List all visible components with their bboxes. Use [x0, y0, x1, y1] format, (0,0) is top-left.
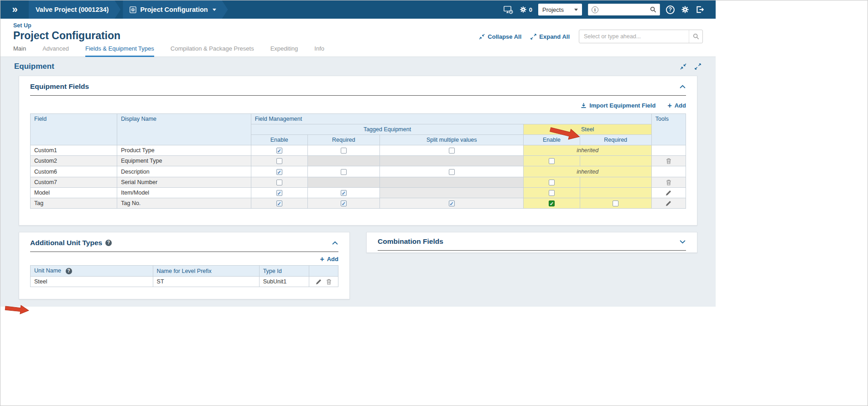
checkbox[interactable] — [449, 148, 455, 154]
checkbox[interactable] — [449, 169, 455, 175]
add-unit-type-button[interactable]: + Add — [320, 256, 338, 262]
global-search-input[interactable] — [601, 6, 647, 13]
collapse-section-icon[interactable] — [680, 63, 686, 70]
edit-row-button[interactable] — [316, 279, 322, 285]
help-icon[interactable] — [666, 5, 675, 14]
add-equipment-field-label: Add — [675, 102, 686, 109]
checkbox[interactable] — [613, 200, 619, 206]
table-row-custom1: Custom1 Product Type inherited — [31, 145, 686, 156]
checkbox[interactable] — [276, 158, 282, 164]
checkbox[interactable] — [549, 190, 555, 196]
header-row-groups: Field Display Name Field Management Tool… — [31, 114, 686, 124]
table-row-steel-unit: Steel ST SubUnit1 — [31, 277, 338, 287]
chevron-down-icon[interactable] — [679, 240, 686, 244]
delete-row-button[interactable] — [666, 180, 671, 185]
collapse-all-label: Collapse All — [488, 33, 521, 40]
tab-compilation-package-presets[interactable]: Compilation & Package Presets — [171, 45, 254, 57]
help-icon[interactable] — [105, 240, 112, 246]
header-actions: Collapse All Expand All — [479, 30, 703, 43]
jobs-count-badge: 0 — [529, 6, 532, 13]
search-icon[interactable] — [650, 6, 656, 13]
import-equipment-field-button[interactable]: Import Equipment Field — [581, 102, 655, 109]
field-cell: Model — [31, 187, 117, 198]
col-header-unit-tools — [309, 266, 338, 277]
checkbox[interactable] — [341, 200, 347, 206]
collapse-all-button[interactable]: Collapse All — [479, 33, 521, 40]
checkbox[interactable] — [341, 169, 347, 175]
checkbox[interactable] — [341, 148, 347, 154]
checkbox[interactable] — [276, 180, 282, 185]
unit-types-table: Unit Name Name for Level Prefix Type Id … — [30, 265, 338, 287]
typeahead-search — [579, 30, 703, 43]
info-icon[interactable] — [592, 6, 598, 13]
tab-fields-equipment-types[interactable]: Fields & Equipment Types — [85, 45, 154, 57]
steel-enable-cell — [524, 177, 580, 187]
logout-icon[interactable] — [696, 5, 704, 14]
app-window: » Valve Project (0001234) Project Config… — [0, 0, 716, 307]
equipment-fields-title: Equipment Fields — [30, 82, 89, 91]
screenshot-frame: » Valve Project (0001234) Project Config… — [0, 0, 868, 406]
double-chevron-icon: » — [12, 4, 17, 15]
checkbox[interactable] — [276, 200, 282, 206]
chevron-up-icon[interactable] — [332, 241, 338, 245]
tab-info[interactable]: Info — [314, 45, 324, 57]
tagged-enable-cell — [251, 145, 307, 156]
tagged-enable-cell — [251, 198, 307, 209]
steel-required-cell — [580, 177, 651, 187]
breadcrumb-project[interactable]: Valve Project (0001234) — [29, 0, 120, 19]
search-scope-select[interactable]: Projects — [538, 4, 582, 15]
breadcrumb-kicker: Set Up — [13, 22, 703, 29]
settings-gear-icon[interactable] — [681, 5, 690, 14]
navbar-right-cluster: 0 Projects — [504, 0, 716, 19]
equipment-fields-actions: Import Equipment Field + Add — [30, 102, 686, 109]
col-header-level-prefix: Name for Level Prefix — [153, 266, 259, 277]
pencil-icon — [316, 279, 322, 285]
checkbox[interactable] — [341, 190, 347, 196]
background-jobs-button[interactable]: 0 — [519, 5, 532, 14]
checkbox[interactable] — [449, 200, 455, 206]
checkbox[interactable] — [276, 148, 282, 154]
expand-all-button[interactable]: Expand All — [530, 33, 570, 40]
col-header-steel-enable: Enable — [524, 135, 580, 145]
table-row-custom6: Custom6 Description inherited — [31, 166, 686, 177]
combination-fields-card: Combination Fields — [366, 232, 697, 253]
typeahead-input[interactable] — [579, 33, 689, 40]
report-schedule-icon[interactable] — [504, 5, 513, 14]
tagged-required-cell — [307, 187, 379, 198]
split-values-cell — [380, 177, 524, 187]
delete-row-button[interactable] — [326, 279, 332, 285]
tab-main[interactable]: Main — [13, 45, 26, 57]
add-equipment-field-button[interactable]: + Add — [667, 102, 686, 109]
checkbox[interactable] — [549, 180, 555, 185]
checkbox[interactable] — [276, 169, 282, 175]
expand-section-icon[interactable] — [695, 63, 701, 70]
pencil-icon — [665, 200, 671, 206]
gears-icon — [519, 5, 527, 14]
edit-row-button[interactable] — [665, 200, 671, 206]
chevron-down-icon — [213, 9, 216, 11]
help-icon[interactable] — [66, 268, 72, 274]
checkbox[interactable] — [549, 158, 555, 164]
delete-row-button[interactable] — [666, 158, 671, 164]
breadcrumb-config-label: Project Configuration — [140, 6, 208, 13]
main-menu-button[interactable]: » — [0, 0, 29, 19]
chevron-up-icon[interactable] — [679, 85, 686, 89]
checkbox[interactable] — [276, 190, 282, 196]
edit-row-button[interactable] — [665, 190, 671, 196]
unit-types-actions: + Add — [30, 256, 338, 262]
search-icon[interactable] — [689, 30, 702, 43]
breadcrumb-project-configuration[interactable]: Project Configuration — [123, 0, 228, 19]
col-header-tagged-required: Required — [307, 135, 379, 145]
unit-types-header-row: Unit Name Name for Level Prefix Type Id — [31, 266, 338, 277]
unit-types-card-header: Additional Unit Types — [30, 239, 338, 247]
tab-expediting[interactable]: Expediting — [270, 45, 298, 57]
tools-cell — [651, 166, 686, 177]
checkbox[interactable] — [549, 200, 555, 206]
field-cell: Tag — [31, 198, 117, 209]
expand-arrows-icon — [530, 34, 536, 40]
tab-advanced[interactable]: Advanced — [42, 45, 69, 57]
global-search-box — [588, 4, 660, 15]
tools-cell — [651, 198, 686, 209]
split-values-cell — [380, 156, 524, 166]
page-header: Set Up Project Configuration Main Advanc… — [0, 19, 716, 57]
